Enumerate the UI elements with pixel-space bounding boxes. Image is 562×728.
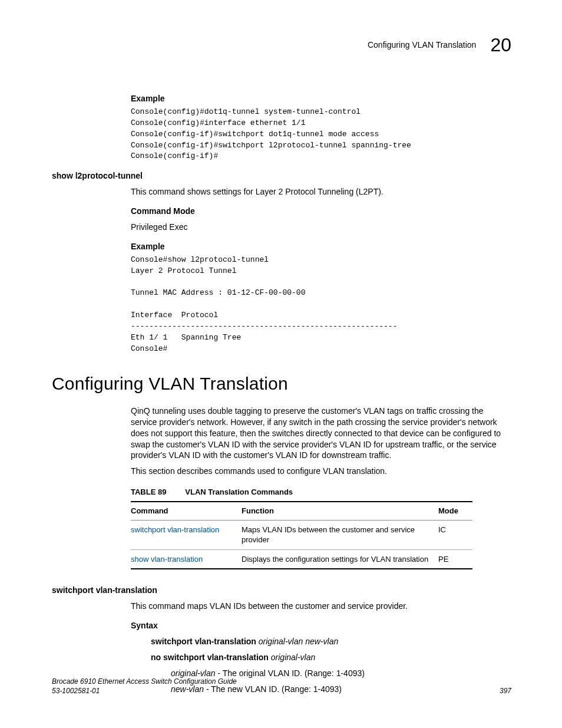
cmd1-body: This command shows settings for Layer 2 … xyxy=(131,186,511,354)
intro-paragraph: QinQ tunneling uses double tagging to pr… xyxy=(131,406,511,461)
command-heading-show-l2pt: show l2protocol-tunnel xyxy=(52,170,511,182)
syntax-line-1-cmd: switchport vlan-translation xyxy=(151,637,256,646)
footer-left: Brocade 6910 Ethernet Access Switch Conf… xyxy=(52,677,237,696)
table-cell-function: Displays the configuration settings for … xyxy=(242,549,438,569)
cmd2-description: This command maps VLAN IDs between the c… xyxy=(131,601,511,612)
running-header-title: Configuring VLAN Translation xyxy=(368,39,476,51)
section-body: QinQ tunneling uses double tagging to pr… xyxy=(131,406,511,569)
footer-book-title: Brocade 6910 Ethernet Access Switch Conf… xyxy=(52,677,237,686)
table-caption: TABLE 89 VLAN Translation Commands xyxy=(131,486,511,498)
table-row: switchport vlan-translation Maps VLAN ID… xyxy=(131,520,472,549)
example-block-1: Example Console(config)#dot1q-tunnel sys… xyxy=(131,93,511,162)
intro-paragraph-2: This section describes commands used to … xyxy=(131,466,511,477)
syntax-line-2-cmd: no switchport vlan-translation xyxy=(151,653,269,662)
command-heading-switchport-vlan-translation: switchport vlan-translation xyxy=(52,585,511,596)
table-cell-function: Maps VLAN IDs between the customer and s… xyxy=(242,520,438,549)
page-body: Configuring VLAN Translation 20 Example … xyxy=(52,32,511,700)
example-heading: Example xyxy=(131,93,511,104)
example-code-1: Console(config)#dot1q-tunnel system-tunn… xyxy=(131,107,511,162)
link-switchport-vlan-translation[interactable]: switchport vlan-translation xyxy=(131,525,219,534)
table-cell-mode: IC xyxy=(438,520,472,549)
syntax-heading: Syntax xyxy=(131,620,511,631)
table-row: show vlan-translation Displays the confi… xyxy=(131,549,472,569)
running-header: Configuring VLAN Translation 20 xyxy=(52,32,511,58)
command-mode-value: Privileged Exec xyxy=(131,222,511,233)
syntax-line-1: switchport vlan-translation original-vla… xyxy=(151,636,511,647)
col-header-function: Function xyxy=(242,502,438,520)
page-footer: Brocade 6910 Ethernet Access Switch Conf… xyxy=(52,677,511,696)
syntax-line-2-args: original-vlan xyxy=(271,653,315,662)
link-show-vlan-translation[interactable]: show vlan-translation xyxy=(131,555,203,564)
vlan-translation-commands-table: Command Function Mode switchport vlan-tr… xyxy=(131,501,472,569)
footer-doc-number: 53-1002581-01 xyxy=(52,686,237,696)
syntax-line-1-args: original-vlan new-vlan xyxy=(259,637,338,646)
syntax-line-2: no switchport vlan-translation original-… xyxy=(151,652,511,663)
table-title: VLAN Translation Commands xyxy=(185,487,293,496)
col-header-command: Command xyxy=(131,502,242,520)
table-header-row: Command Function Mode xyxy=(131,502,472,520)
cmd1-description: This command shows settings for Layer 2 … xyxy=(131,186,511,197)
table-cell-mode: PE xyxy=(438,549,472,569)
command-mode-heading: Command Mode xyxy=(131,206,511,217)
chapter-number: 20 xyxy=(490,32,511,58)
example-heading-2: Example xyxy=(131,241,511,252)
table-label: TABLE 89 xyxy=(131,487,166,496)
col-header-mode: Mode xyxy=(438,502,472,520)
example-code-2: Console#show l2protocol-tunnel Layer 2 P… xyxy=(131,255,511,355)
section-title: Configuring VLAN Translation xyxy=(52,372,511,396)
footer-page-number: 397 xyxy=(500,686,511,696)
